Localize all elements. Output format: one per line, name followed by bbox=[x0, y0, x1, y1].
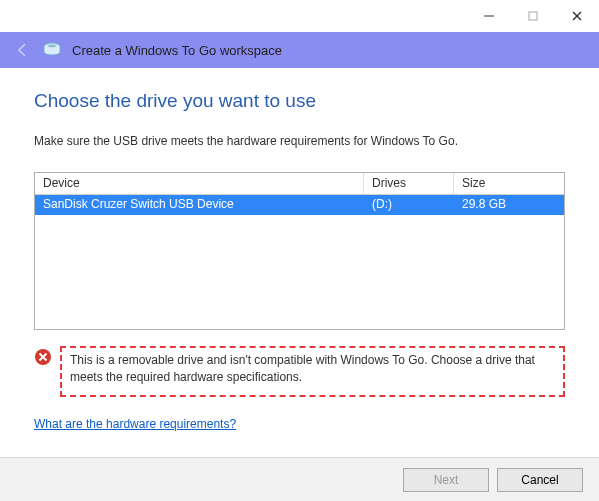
help-link[interactable]: What are the hardware requirements? bbox=[34, 417, 236, 431]
warning-text: This is a removable drive and isn't comp… bbox=[60, 346, 565, 397]
device-table: Device Drives Size SanDisk Cruzer Switch… bbox=[34, 172, 565, 330]
minimize-button[interactable] bbox=[467, 0, 511, 32]
warning-area: This is a removable drive and isn't comp… bbox=[34, 346, 565, 397]
maximize-button[interactable] bbox=[511, 0, 555, 32]
footer-buttons: Next Cancel bbox=[0, 457, 599, 501]
next-button[interactable]: Next bbox=[403, 468, 489, 492]
table-body: SanDisk Cruzer Switch USB Device (D:) 29… bbox=[35, 195, 564, 329]
error-icon bbox=[34, 348, 52, 366]
column-header-size[interactable]: Size bbox=[454, 173, 564, 194]
column-header-drives[interactable]: Drives bbox=[364, 173, 454, 194]
table-header: Device Drives Size bbox=[35, 173, 564, 195]
back-icon[interactable] bbox=[14, 41, 32, 59]
close-button[interactable] bbox=[555, 0, 599, 32]
table-row[interactable]: SanDisk Cruzer Switch USB Device (D:) 29… bbox=[35, 195, 564, 215]
column-header-device[interactable]: Device bbox=[35, 173, 364, 194]
page-heading: Choose the drive you want to use bbox=[34, 90, 565, 112]
window-titlebar bbox=[0, 0, 599, 32]
cell-device: SanDisk Cruzer Switch USB Device bbox=[35, 195, 364, 215]
drive-icon bbox=[42, 40, 62, 60]
content-area: Choose the drive you want to use Make su… bbox=[0, 68, 599, 431]
svg-rect-1 bbox=[529, 12, 537, 20]
wizard-header: Create a Windows To Go workspace bbox=[0, 32, 599, 68]
page-instruction: Make sure the USB drive meets the hardwa… bbox=[34, 134, 565, 148]
cell-drives: (D:) bbox=[364, 195, 454, 215]
cell-size: 29.8 GB bbox=[454, 195, 564, 215]
wizard-title: Create a Windows To Go workspace bbox=[72, 43, 282, 58]
cancel-button[interactable]: Cancel bbox=[497, 468, 583, 492]
svg-point-5 bbox=[48, 45, 56, 48]
